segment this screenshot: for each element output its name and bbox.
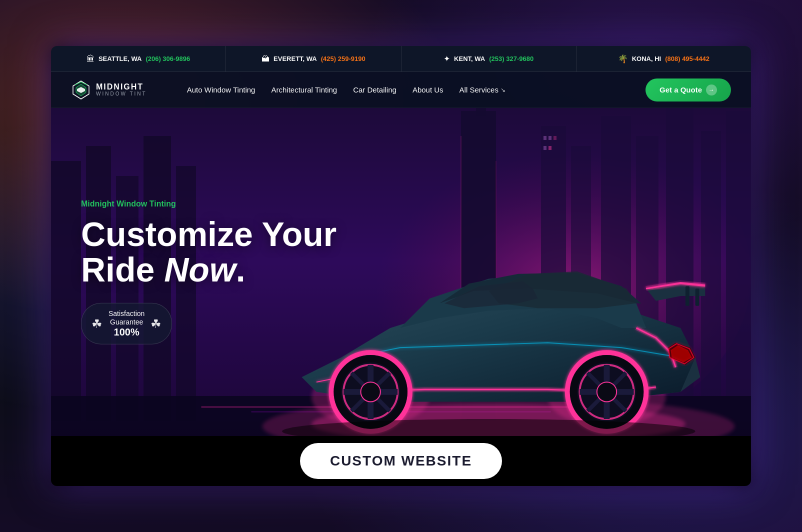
browser-window: 🏛 SEATTLE, WA (206) 306-9896 🏔 EVERETT, … <box>51 46 751 486</box>
navbar: MIDNIGHT WINDOW TINT Auto Window Tinting… <box>51 72 751 108</box>
satisfaction-badge: ☘ Satisfaction Guarantee 100% ☘ <box>81 303 172 345</box>
hero-section: Midnight Window Tinting Customize Your R… <box>51 108 751 436</box>
location-kent[interactable]: ✦ KENT, WA (253) 327-9680 <box>402 46 576 72</box>
hero-title: Customize Your Ride Now. <box>81 216 336 288</box>
nav-links: Auto Window Tinting Architectural Tintin… <box>187 86 626 94</box>
nav-all-services[interactable]: All Services ↘ <box>460 86 506 94</box>
svg-rect-19 <box>51 161 81 421</box>
kona-icon: 🌴 <box>618 54 628 64</box>
bottom-bar: CUSTOM WEBSITE <box>51 436 751 486</box>
hero-title-dot: . <box>236 250 246 288</box>
hero-title-line2-normal: Ride <box>81 250 164 288</box>
logo-main: MIDNIGHT <box>96 83 147 91</box>
location-everett[interactable]: 🏔 EVERETT, WA (425) 259-9190 <box>226 46 401 72</box>
kona-city: KONA, HI <box>632 55 662 62</box>
seattle-icon: 🏛 <box>86 54 94 64</box>
nav-auto-tinting[interactable]: Auto Window Tinting <box>187 86 256 94</box>
location-kona[interactable]: 🌴 KONA, HI (808) 495-4442 <box>576 46 751 72</box>
location-bar: 🏛 SEATTLE, WA (206) 306-9896 🏔 EVERETT, … <box>51 46 751 72</box>
svg-point-54 <box>597 382 616 402</box>
badge-text: Satisfaction Guarantee 100% <box>108 310 144 338</box>
location-seattle[interactable]: 🏛 SEATTLE, WA (206) 306-9896 <box>51 46 226 72</box>
logo-text: MIDNIGHT WINDOW TINT <box>96 83 147 96</box>
hero-title-italic: Now <box>164 250 236 288</box>
laurel-left-icon: ☘ <box>92 316 102 330</box>
logo-sub: WINDOW TINT <box>96 91 147 96</box>
hero-title-line1: Customize Your <box>81 215 336 253</box>
svg-rect-15 <box>548 136 552 140</box>
svg-rect-13 <box>476 108 486 116</box>
hero-brand-text: Midnight Window Tinting <box>81 200 336 208</box>
nav-about[interactable]: About Us <box>412 86 444 94</box>
svg-rect-33 <box>686 286 690 306</box>
kent-city: KENT, WA <box>454 55 485 62</box>
everett-icon: 🏔 <box>262 54 270 64</box>
laurel-right-icon: ☘ <box>150 316 162 330</box>
svg-rect-16 <box>554 136 556 140</box>
kent-phone[interactable]: (253) 327-9680 <box>489 55 534 62</box>
chevron-down-icon: ↘ <box>500 86 506 94</box>
badge-guarantee-line2: Guarantee <box>108 318 144 326</box>
seattle-phone[interactable]: (206) 306-9896 <box>146 55 190 62</box>
svg-rect-14 <box>544 136 546 140</box>
custom-website-button[interactable]: CUSTOM WEBSITE <box>300 443 502 479</box>
get-quote-button[interactable]: Get a Quote → <box>646 78 731 102</box>
seattle-city: SEATTLE, WA <box>98 55 142 62</box>
kona-phone[interactable]: (808) 495-4442 <box>665 55 710 62</box>
everett-city: EVERETT, WA <box>274 55 317 62</box>
kent-icon: ✦ <box>444 54 450 64</box>
badge-percent: 100% <box>108 326 144 338</box>
logo[interactable]: MIDNIGHT WINDOW TINT <box>71 80 147 100</box>
logo-icon <box>71 80 91 100</box>
svg-point-44 <box>360 382 380 402</box>
badge-guarantee-line1: Satisfaction <box>108 310 144 318</box>
hero-content: Midnight Window Tinting Customize Your R… <box>81 200 336 344</box>
svg-rect-34 <box>696 288 700 306</box>
everett-phone[interactable]: (425) 259-9190 <box>321 55 366 62</box>
arrow-right-icon: → <box>706 84 717 96</box>
nav-architectural[interactable]: Architectural Tinting <box>271 86 337 94</box>
nav-car-detailing[interactable]: Car Detailing <box>353 86 396 94</box>
